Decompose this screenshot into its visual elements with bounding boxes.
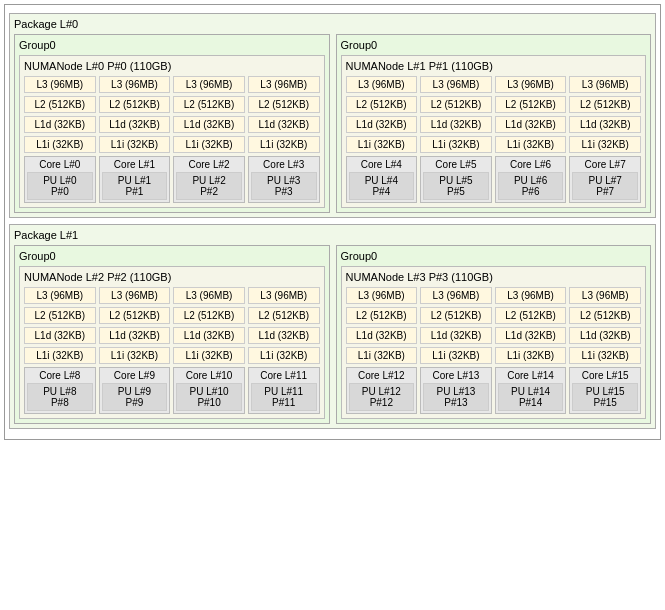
core-box-0-1-2: Core L#6PU L#6P#6 bbox=[495, 156, 567, 203]
cache-cell-0-0-2-1: L1d (32KB) bbox=[99, 116, 171, 133]
cache-cell-1-0-1-1: L2 (512KB) bbox=[99, 307, 171, 324]
core-title-0-0-2: Core L#2 bbox=[176, 159, 242, 170]
core-box-0-0-1: Core L#1PU L#1P#1 bbox=[99, 156, 171, 203]
numa-title-0-0: NUMANode L#0 P#0 (110GB) bbox=[24, 60, 320, 72]
cache-cell-0-1-3-0: L1i (32KB) bbox=[346, 136, 418, 153]
cache-cell-1-1-2-2: L1d (32KB) bbox=[495, 327, 567, 344]
pu-box-1-0-3: PU L#11P#11 bbox=[251, 383, 317, 411]
cache-cell-1-0-2-2: L1d (32KB) bbox=[173, 327, 245, 344]
core-box-1-1-0: Core L#12PU L#12P#12 bbox=[346, 367, 418, 414]
cache-cell-1-1-2-1: L1d (32KB) bbox=[420, 327, 492, 344]
core-title-1-0-1: Core L#9 bbox=[102, 370, 168, 381]
numa-1-1: NUMANode L#3 P#3 (110GB)L3 (96MB)L3 (96M… bbox=[341, 266, 647, 419]
core-box-0-1-3: Core L#7PU L#7P#7 bbox=[569, 156, 641, 203]
cache-row-1-1-1: L2 (512KB)L2 (512KB)L2 (512KB)L2 (512KB) bbox=[346, 307, 642, 324]
cache-cell-0-1-0-0: L3 (96MB) bbox=[346, 76, 418, 93]
cache-cell-1-0-3-2: L1i (32KB) bbox=[173, 347, 245, 364]
cache-cell-1-0-1-3: L2 (512KB) bbox=[248, 307, 320, 324]
cache-row-0-0-3: L1i (32KB)L1i (32KB)L1i (32KB)L1i (32KB) bbox=[24, 136, 320, 153]
cache-cell-0-1-2-3: L1d (32KB) bbox=[569, 116, 641, 133]
core-title-0-1-3: Core L#7 bbox=[572, 159, 638, 170]
core-box-0-0-0: Core L#0PU L#0P#0 bbox=[24, 156, 96, 203]
pu-box-0-1-2: PU L#6P#6 bbox=[498, 172, 564, 200]
cache-cell-1-1-3-2: L1i (32KB) bbox=[495, 347, 567, 364]
cache-cell-0-0-0-2: L3 (96MB) bbox=[173, 76, 245, 93]
pu-box-1-0-2: PU L#10P#10 bbox=[176, 383, 242, 411]
cache-cell-0-0-0-0: L3 (96MB) bbox=[24, 76, 96, 93]
core-title-1-0-2: Core L#10 bbox=[176, 370, 242, 381]
core-title-1-0-0: Core L#8 bbox=[27, 370, 93, 381]
core-title-1-1-1: Core L#13 bbox=[423, 370, 489, 381]
group-title-0-1: Group0 bbox=[341, 39, 647, 51]
cache-row-0-0-1: L2 (512KB)L2 (512KB)L2 (512KB)L2 (512KB) bbox=[24, 96, 320, 113]
cache-row-0-1-1: L2 (512KB)L2 (512KB)L2 (512KB)L2 (512KB) bbox=[346, 96, 642, 113]
group-1-1: Group0NUMANode L#3 P#3 (110GB)L3 (96MB)L… bbox=[336, 245, 652, 424]
cache-cell-1-0-1-0: L2 (512KB) bbox=[24, 307, 96, 324]
core-box-1-1-2: Core L#14PU L#14P#14 bbox=[495, 367, 567, 414]
cache-cell-1-1-1-2: L2 (512KB) bbox=[495, 307, 567, 324]
cores-row-0-1: Core L#4PU L#4P#4Core L#5PU L#5P#5Core L… bbox=[346, 156, 642, 203]
cache-cell-0-1-2-1: L1d (32KB) bbox=[420, 116, 492, 133]
cache-cell-1-0-1-2: L2 (512KB) bbox=[173, 307, 245, 324]
packages-container: Package L#0Group0NUMANode L#0 P#0 (110GB… bbox=[9, 13, 656, 429]
core-title-1-1-2: Core L#14 bbox=[498, 370, 564, 381]
core-title-0-1-2: Core L#6 bbox=[498, 159, 564, 170]
pu-box-0-1-3: PU L#7P#7 bbox=[572, 172, 638, 200]
cache-cell-0-1-0-1: L3 (96MB) bbox=[420, 76, 492, 93]
core-box-0-1-0: Core L#4PU L#4P#4 bbox=[346, 156, 418, 203]
pu-box-1-0-1: PU L#9P#9 bbox=[102, 383, 168, 411]
cache-row-1-0-0: L3 (96MB)L3 (96MB)L3 (96MB)L3 (96MB) bbox=[24, 287, 320, 304]
group-0-0: Group0NUMANode L#0 P#0 (110GB)L3 (96MB)L… bbox=[14, 34, 330, 213]
core-title-0-1-0: Core L#4 bbox=[349, 159, 415, 170]
cache-row-0-1-3: L1i (32KB)L1i (32KB)L1i (32KB)L1i (32KB) bbox=[346, 136, 642, 153]
cache-row-0-0-2: L1d (32KB)L1d (32KB)L1d (32KB)L1d (32KB) bbox=[24, 116, 320, 133]
cache-cell-0-1-1-2: L2 (512KB) bbox=[495, 96, 567, 113]
cache-cell-1-1-0-3: L3 (96MB) bbox=[569, 287, 641, 304]
core-box-0-0-2: Core L#2PU L#2P#2 bbox=[173, 156, 245, 203]
package-0: Package L#0Group0NUMANode L#0 P#0 (110GB… bbox=[9, 13, 656, 218]
group-title-1-0: Group0 bbox=[19, 250, 325, 262]
cache-row-1-0-1: L2 (512KB)L2 (512KB)L2 (512KB)L2 (512KB) bbox=[24, 307, 320, 324]
cache-cell-1-1-1-1: L2 (512KB) bbox=[420, 307, 492, 324]
cores-row-1-0: Core L#8PU L#8P#8Core L#9PU L#9P#9Core L… bbox=[24, 367, 320, 414]
cache-row-0-1-0: L3 (96MB)L3 (96MB)L3 (96MB)L3 (96MB) bbox=[346, 76, 642, 93]
cores-row-0-0: Core L#0PU L#0P#0Core L#1PU L#1P#1Core L… bbox=[24, 156, 320, 203]
cache-cell-0-1-0-2: L3 (96MB) bbox=[495, 76, 567, 93]
pu-box-0-0-0: PU L#0P#0 bbox=[27, 172, 93, 200]
pu-box-1-1-3: PU L#15P#15 bbox=[572, 383, 638, 411]
cache-cell-1-1-3-0: L1i (32KB) bbox=[346, 347, 418, 364]
core-box-0-0-3: Core L#3PU L#3P#3 bbox=[248, 156, 320, 203]
pu-box-1-0-0: PU L#8P#8 bbox=[27, 383, 93, 411]
cache-cell-1-0-2-0: L1d (32KB) bbox=[24, 327, 96, 344]
package-1: Package L#1Group0NUMANode L#2 P#2 (110GB… bbox=[9, 224, 656, 429]
group-1-0: Group0NUMANode L#2 P#2 (110GB)L3 (96MB)L… bbox=[14, 245, 330, 424]
core-box-1-0-0: Core L#8PU L#8P#8 bbox=[24, 367, 96, 414]
package-inner-0: Group0NUMANode L#0 P#0 (110GB)L3 (96MB)L… bbox=[14, 34, 651, 213]
core-title-1-1-0: Core L#12 bbox=[349, 370, 415, 381]
cache-cell-1-1-0-0: L3 (96MB) bbox=[346, 287, 418, 304]
cache-cell-0-1-2-2: L1d (32KB) bbox=[495, 116, 567, 133]
cache-cell-0-0-2-2: L1d (32KB) bbox=[173, 116, 245, 133]
package-title-1: Package L#1 bbox=[14, 229, 651, 241]
pu-box-0-1-1: PU L#5P#5 bbox=[423, 172, 489, 200]
pu-box-1-1-2: PU L#14P#14 bbox=[498, 383, 564, 411]
core-title-1-0-3: Core L#11 bbox=[251, 370, 317, 381]
pu-box-0-0-1: PU L#1P#1 bbox=[102, 172, 168, 200]
cache-cell-1-0-0-3: L3 (96MB) bbox=[248, 287, 320, 304]
cache-cell-0-0-3-2: L1i (32KB) bbox=[173, 136, 245, 153]
core-box-1-0-3: Core L#11PU L#11P#11 bbox=[248, 367, 320, 414]
cache-cell-1-0-3-1: L1i (32KB) bbox=[99, 347, 171, 364]
cache-cell-0-1-1-3: L2 (512KB) bbox=[569, 96, 641, 113]
cache-cell-1-0-0-2: L3 (96MB) bbox=[173, 287, 245, 304]
cache-cell-1-1-3-1: L1i (32KB) bbox=[420, 347, 492, 364]
cache-cell-0-1-2-0: L1d (32KB) bbox=[346, 116, 418, 133]
cache-row-1-1-3: L1i (32KB)L1i (32KB)L1i (32KB)L1i (32KB) bbox=[346, 347, 642, 364]
group-0-1: Group0NUMANode L#1 P#1 (110GB)L3 (96MB)L… bbox=[336, 34, 652, 213]
cache-row-1-0-2: L1d (32KB)L1d (32KB)L1d (32KB)L1d (32KB) bbox=[24, 327, 320, 344]
cache-cell-1-1-1-3: L2 (512KB) bbox=[569, 307, 641, 324]
cache-cell-1-1-0-2: L3 (96MB) bbox=[495, 287, 567, 304]
core-box-1-1-1: Core L#13PU L#13P#13 bbox=[420, 367, 492, 414]
core-title-0-1-1: Core L#5 bbox=[423, 159, 489, 170]
cache-cell-0-1-3-1: L1i (32KB) bbox=[420, 136, 492, 153]
cache-row-1-1-2: L1d (32KB)L1d (32KB)L1d (32KB)L1d (32KB) bbox=[346, 327, 642, 344]
